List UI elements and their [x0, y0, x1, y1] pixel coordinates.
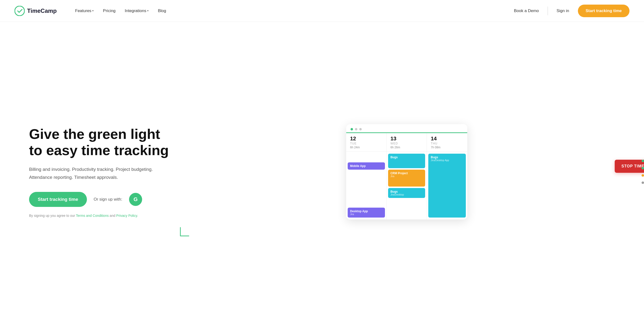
calendar-card: 12 TUE 6h 24m 13 WED 6h 26m 14 THU 7h 08…: [346, 124, 467, 220]
day-13-name: WED: [390, 142, 423, 145]
side-dots: [642, 160, 644, 184]
hero-right: 12 TUE 6h 24m 13 WED 6h 26m 14 THU 7h 08…: [184, 111, 630, 232]
svg-point-0: [15, 6, 24, 16]
side-dot-3: [642, 174, 644, 177]
cal-day-14: 14 THU 7h 08m: [427, 133, 467, 151]
cal-day-13: 13 WED 6h 26m: [387, 133, 427, 151]
corner-decoration: [179, 223, 194, 237]
dot-green: [350, 128, 353, 130]
sign-in-button[interactable]: Sign in: [553, 6, 573, 15]
event-bugs-wed-2: Bugs Jira/Desktop: [388, 188, 426, 198]
navbar-cta-button[interactable]: Start tracking time: [578, 4, 630, 17]
event-bugs-wed: Bugs: [388, 154, 426, 168]
nav-blog[interactable]: Blog: [154, 6, 170, 15]
side-dot-1: [642, 160, 644, 162]
day-14-hours: 7h 08m: [431, 146, 464, 149]
dot-gray-2: [359, 128, 362, 130]
calendar-header: 12 TUE 6h 24m 13 WED 6h 26m 14 THU 7h 08…: [346, 132, 467, 152]
day-12-num: 12: [350, 135, 382, 142]
calendar-body: Mobile App Desktop App Jira Bugs CRM Pro…: [346, 152, 467, 220]
cal-col-thu: Bugs Jira/Desktop App: [427, 152, 467, 220]
cal-day-12: 12 TUE 6h 24m: [346, 133, 387, 151]
event-desktop-app: Desktop App Jira: [348, 208, 385, 218]
cal-col-wed: Bugs CRM Project Jira Bugs Jira/Desktop: [387, 152, 427, 220]
hero-description: Billing and invoicing. Productivity trac…: [29, 166, 155, 181]
dot-gray-1: [355, 128, 357, 130]
nav-right: Book a Demo Sign in Start tracking time: [510, 4, 630, 17]
terms-text: By signing up you agree to our Terms and…: [29, 214, 170, 218]
logo-icon: [14, 6, 25, 16]
event-bugs-thu: Bugs Jira/Desktop App: [428, 154, 466, 218]
day-14-num: 14: [431, 135, 464, 142]
side-dot-4: [642, 182, 644, 184]
chevron-down-icon: ▾: [147, 9, 149, 12]
google-signup-button[interactable]: G: [129, 193, 142, 206]
navbar: TimeCamp Features ▾ Pricing Integrations…: [0, 0, 644, 22]
event-crm-project: CRM Project Jira: [388, 170, 426, 187]
hero-left: Give the green light to easy time tracki…: [29, 126, 170, 218]
day-13-num: 13: [390, 135, 423, 142]
event-mobile-app: Mobile App: [348, 162, 385, 170]
privacy-link[interactable]: Privacy Policy: [116, 214, 137, 218]
hero-title: Give the green light to easy time tracki…: [29, 126, 170, 158]
hero-cta-button[interactable]: Start tracking time: [29, 192, 87, 207]
nav-pricing[interactable]: Pricing: [99, 6, 119, 15]
book-demo-button[interactable]: Book a Demo: [510, 6, 543, 15]
or-signup-text: Or sign up with:: [94, 197, 122, 202]
logo[interactable]: TimeCamp: [14, 6, 57, 16]
day-12-hours: 6h 24m: [350, 146, 382, 149]
cal-col-tue: Mobile App Desktop App Jira: [346, 152, 387, 220]
logo-text: TimeCamp: [27, 7, 57, 14]
day-14-name: THU: [431, 142, 464, 145]
stop-timer-button[interactable]: STOP TIMER: [615, 160, 644, 173]
day-13-hours: 6h 26m: [390, 146, 423, 149]
hero-actions: Start tracking time Or sign up with: G: [29, 192, 170, 207]
calendar-dots: [346, 124, 467, 132]
nav-features[interactable]: Features ▾: [71, 6, 98, 15]
day-12-name: TUE: [350, 142, 382, 145]
chevron-down-icon: ▾: [92, 9, 94, 12]
nav-integrations[interactable]: Integrations ▾: [121, 6, 152, 15]
nav-divider: [548, 6, 548, 15]
side-dot-2: [642, 167, 644, 169]
hero-section: Give the green light to easy time tracki…: [0, 22, 644, 317]
nav-links: Features ▾ Pricing Integrations ▾ Blog: [71, 6, 510, 15]
terms-link[interactable]: Terms and Conditions: [76, 214, 109, 218]
